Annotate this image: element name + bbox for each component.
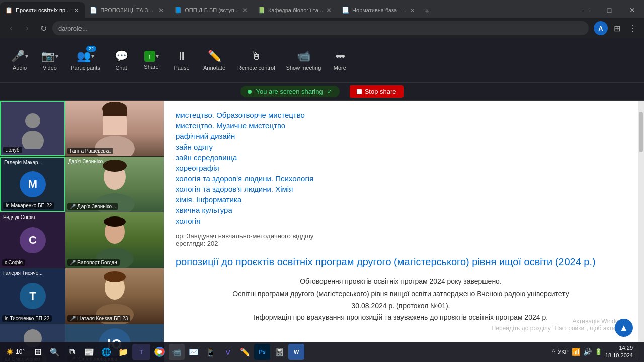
taskbar-app-edge[interactable]: 🌐 [98, 344, 114, 360]
tab-icon: 📋 [5, 7, 13, 14]
taskbar-app-chrome[interactable] [151, 344, 168, 360]
profile-icon[interactable]: A [594, 21, 608, 35]
taskbar-app-teams[interactable]: T [132, 344, 150, 360]
taskbar-app-photoshop[interactable]: Ps [254, 344, 270, 360]
task-view-button[interactable]: ⧉ [64, 344, 80, 360]
name-top-p3: Галерія Макар... [4, 160, 42, 165]
widgets-button[interactable]: 📰 [81, 344, 97, 360]
participants-button[interactable]: 👥▾ 22 Participants [65, 47, 106, 74]
new-tab-button[interactable]: + [420, 4, 434, 18]
page-scrollbar[interactable] [638, 101, 644, 362]
stop-share-label: Stop share [365, 88, 396, 95]
tray-lang[interactable]: УКР [558, 349, 569, 355]
taskbar-app-notepad[interactable]: 📓 [271, 344, 287, 360]
remote-control-button[interactable]: 🖱 Remote control [232, 47, 280, 74]
participant-cell-p4: 🎤 Дар'я Звонніко... Дар'я Звонніко... [65, 157, 164, 212]
taskbar-app-mail[interactable]: ✉️ [186, 344, 202, 360]
main-area: ..олуб [0, 101, 644, 362]
menu-button[interactable]: ⋮ [626, 21, 640, 35]
tray-battery[interactable]: 🔋 [595, 348, 602, 355]
reload-button[interactable]: ↻ [36, 21, 50, 35]
link-fashion-design[interactable]: зайн одягу [176, 142, 626, 151]
participant-name-p8: 🎤 Наталя Конєва БП-23 [67, 315, 130, 322]
scroll-to-top-button[interactable]: ▲ [615, 319, 633, 337]
tray-show-hidden[interactable]: ^ [552, 348, 555, 355]
tab-proposals[interactable]: 📄 ПРОПОЗИЦІЇ ТА ЗА... ✕ [85, 2, 169, 18]
share-button[interactable]: ↑▾ Share [137, 48, 166, 73]
audio-button[interactable]: 🎤▾ Audio [5, 47, 34, 74]
taskbar-app-viber[interactable]: V [220, 344, 236, 360]
taskbar-app-word[interactable]: W [288, 344, 304, 360]
name-text-p6: Рапопорт Богдан [77, 260, 117, 265]
weather-icon: ☀️ [6, 348, 14, 355]
svg-point-1 [22, 131, 44, 149]
tab-close-icon4[interactable]: ✕ [326, 7, 332, 14]
extensions-button[interactable]: ⊞ [610, 21, 624, 35]
taskbar-app-pen[interactable]: ✏️ [237, 344, 253, 360]
name-text-p4: Дар'я Звонніко... [77, 204, 116, 209]
tab-normative[interactable]: 📃 Нормативна база –... ✕ [337, 2, 420, 18]
windows-watermark: Активація Windows Перейдіть до розділу "… [492, 318, 626, 332]
tab-projects[interactable]: 📋 Проєкти освітніх пр... ✕ [0, 2, 85, 18]
video-button[interactable]: 📷▾ Video [35, 47, 64, 74]
annotate-label: Annotate [203, 65, 225, 71]
watermark-line1: Активація Windows [492, 318, 626, 325]
scrollbar-thumb[interactable] [639, 112, 643, 152]
taskbar-app-zoom[interactable]: 📹 [169, 344, 185, 360]
show-desktop-button[interactable] [636, 344, 638, 360]
show-meeting-button[interactable]: 📹 Show meeting [281, 47, 327, 74]
participant-row-3: Редчук Софія С к Софія [0, 212, 164, 268]
link-physical-culture[interactable]: хвична культура [176, 206, 626, 214]
weather-widget[interactable]: ☀️ 10° [2, 348, 29, 355]
taskbar-app-explorer[interactable]: 📁 [115, 344, 131, 360]
participant-name-p3: ія Макаренко БП-22 [3, 202, 54, 209]
content-area[interactable]: мистецтво. Образотворче мистецтво мистец… [164, 101, 638, 362]
participant-name-p7: ія Тисяченко БП-22 [2, 315, 52, 322]
link-psychology[interactable]: хологія та здоров'я людини. Психологія [176, 174, 626, 183]
sharing-status-text: You are screen sharing [256, 88, 323, 95]
close-button[interactable]: ✕ [621, 2, 644, 18]
participant-cell-p5: Редчук Софія С к Софія [0, 212, 65, 268]
tab-close-icon2[interactable]: ✕ [158, 7, 164, 14]
tab-close-icon[interactable]: ✕ [74, 7, 79, 14]
sharing-dot [248, 90, 252, 94]
address-bar[interactable]: da/proie... [52, 21, 589, 35]
link-biology[interactable]: хологія [176, 216, 626, 225]
section-title: ропозиції до проєктів освітніх програм д… [176, 255, 626, 269]
annotate-button[interactable]: ✏️ Annotate [197, 47, 231, 74]
tab-opp[interactable]: 📘 ОПП Д-Б БП (вступ... ✕ [169, 2, 253, 18]
link-chemistry[interactable]: хологія та здоров'я людини. Хімія [176, 185, 626, 193]
link-choreography[interactable]: хореографія [176, 164, 626, 172]
more-icon: ••• [336, 50, 344, 63]
stop-share-button[interactable]: Stop share [350, 85, 404, 98]
name-text-p1: ..олуб [6, 147, 20, 153]
annotate-icon: ✏️ [208, 50, 221, 63]
participant-cell-p2: Ганна Рашевська [65, 101, 164, 156]
chat-button[interactable]: 💬 Chat [107, 47, 136, 74]
tab-close-icon5[interactable]: ✕ [410, 7, 415, 14]
start-button[interactable]: ⊞ [30, 344, 46, 360]
tray-volume[interactable]: 🔊 [583, 348, 592, 356]
link-art-music[interactable]: мистецтво. Музичне мистецтво [176, 121, 626, 130]
back-button[interactable]: ‹ [4, 21, 18, 35]
forward-button[interactable]: › [20, 21, 34, 35]
more-button[interactable]: ••• More [327, 47, 352, 74]
clock-time: 14:29 [605, 344, 633, 352]
watermark-line2: Перейдіть до розділу "Настройки", щоб ак… [492, 325, 626, 332]
tab-label2: ПРОПОЗИЦІЇ ТА ЗА... [100, 7, 155, 13]
tab-biology[interactable]: 📗 Кафедра біології та... ✕ [253, 2, 337, 18]
tab-close-icon3[interactable]: ✕ [242, 7, 248, 14]
link-env-design[interactable]: зайн середовища [176, 153, 626, 162]
search-button[interactable]: 🔍 [47, 344, 63, 360]
chat-icon: 💬 [115, 50, 128, 63]
maximize-button[interactable]: □ [598, 2, 621, 18]
minimize-button[interactable]: — [575, 2, 598, 18]
avatar-p3: М [20, 171, 46, 197]
pause-button[interactable]: ⏸ Pause [167, 47, 196, 74]
mic-off-p6: 🎤 [70, 260, 76, 265]
link-informatics[interactable]: хімія. Інформатика [176, 195, 626, 204]
tray-network[interactable]: 📶 [572, 348, 580, 356]
taskbar-app-whatsapp[interactable]: 📱 [203, 344, 219, 360]
link-graphic-design[interactable]: рафічний дизайн [176, 132, 626, 140]
link-art-visual[interactable]: мистецтво. Образотворче мистецтво [176, 111, 626, 119]
